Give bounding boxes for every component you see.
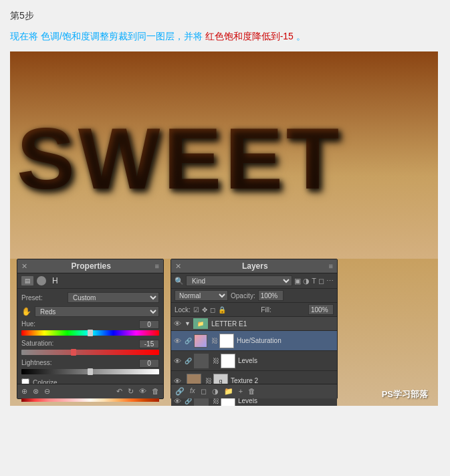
fx-label: 🔗 fx ◻ ◑ 📁 + 🗑 xyxy=(175,387,255,396)
mask-icon[interactable]: ◻ xyxy=(201,387,207,396)
eye-group-icon[interactable]: 👁 xyxy=(174,320,182,328)
hue-track[interactable] xyxy=(21,330,159,336)
filter-smart-icon[interactable]: ⋯ xyxy=(326,277,334,285)
lock-icons: ☑ ✥ ◻ 🔒 xyxy=(193,306,226,314)
choc-letter-t: T xyxy=(286,108,339,209)
eyedropper-icon[interactable]: ⊕ xyxy=(21,387,27,396)
channel-select[interactable]: Reds xyxy=(35,306,159,317)
huesat-thumb xyxy=(194,334,207,348)
preset-label: Preset: xyxy=(21,294,65,302)
light-value-input[interactable] xyxy=(139,359,159,368)
choc-letter-e: E xyxy=(163,108,221,209)
step-title: 第5步 xyxy=(10,10,440,22)
chocolate-bg: S W E E T xyxy=(10,51,438,259)
prev-icon[interactable]: ↶ xyxy=(116,387,122,396)
layer-item-hue-saturation[interactable]: 👁 🔗 ⛓ Hue/Saturation xyxy=(171,331,337,351)
opacity-value[interactable] xyxy=(258,290,284,301)
properties-menu-icon[interactable]: ≡ xyxy=(155,262,159,270)
sat-label: Saturation: xyxy=(21,340,53,348)
levels1-thumb xyxy=(194,354,209,368)
eye-huesat-icon[interactable]: 👁 xyxy=(174,337,182,345)
link-huesat-icon[interactable]: 🔗 xyxy=(185,338,192,344)
circle-icon xyxy=(37,276,46,285)
desc-start: 现在将 xyxy=(10,31,38,41)
reset-icon[interactable]: ↻ xyxy=(128,387,134,396)
layers-toolbar: 🔍 Kind ▣ ◑ T ◻ ⋯ xyxy=(171,273,337,289)
group-name: LETTER E1 xyxy=(211,320,334,328)
sat-thumb[interactable] xyxy=(71,349,76,356)
new-layer-icon[interactable]: + xyxy=(239,387,243,396)
sat-track[interactable] xyxy=(21,350,159,355)
hue-value-input[interactable] xyxy=(139,320,159,329)
layers-menu-icon[interactable]: ≡ xyxy=(329,262,333,270)
group-folder-thumb: 📁 xyxy=(193,318,208,329)
choc-letter-w: W xyxy=(78,108,160,209)
link-levels1-icon[interactable]: 🔗 xyxy=(185,358,192,364)
filter-pixel-icon[interactable]: ▣ xyxy=(294,277,301,285)
properties-panel: ✕ Properties ≡ ▤ H Preset: Custom ✋ Reds xyxy=(17,259,164,399)
chain-levels1-icon[interactable]: ⛓ xyxy=(213,357,219,364)
channel-row: ✋ Reds xyxy=(21,306,159,317)
levels1-mask-thumb xyxy=(221,354,235,368)
eyedropper2-icon[interactable]: ⊗ xyxy=(33,387,39,396)
link-layer-icon[interactable]: 🔗 xyxy=(175,387,185,396)
eye-levels1-icon[interactable]: 👁 xyxy=(174,357,182,365)
lock-move-icon[interactable]: ✥ xyxy=(202,306,207,314)
lock-row: Lock: ☑ ✥ ◻ 🔒 Fill: xyxy=(171,303,337,317)
chain-huesat-icon[interactable]: ⛓ xyxy=(211,337,218,344)
fill-value[interactable] xyxy=(308,304,334,315)
layer-name-huesat: Hue/Saturation xyxy=(237,337,334,344)
properties-title: Properties xyxy=(72,261,111,271)
group-triangle-icon[interactable]: ▼ xyxy=(185,320,191,327)
properties-subtitle: H xyxy=(52,276,58,285)
blend-mode-select[interactable]: Normal xyxy=(175,290,228,301)
properties-close-icon[interactable]: ✕ xyxy=(21,262,27,271)
blend-row: Normal Opacity: xyxy=(171,289,337,303)
filter-adjust-icon[interactable]: ◑ xyxy=(303,277,310,285)
choc-letter-s: S xyxy=(17,108,75,209)
layers-title: Layers xyxy=(242,261,268,271)
saturation-row: Saturation: xyxy=(21,340,159,355)
layers-close-icon[interactable]: ✕ xyxy=(175,262,181,271)
kind-select[interactable]: Kind xyxy=(186,275,292,286)
layer-group-header[interactable]: 👁 ▼ 📁 LETTER E1 xyxy=(171,317,337,331)
footer-icons-left: ⊕ ⊗ ⊖ xyxy=(21,387,50,396)
lock-pixel-icon[interactable]: ◻ xyxy=(210,306,215,314)
filter-shape-icon[interactable]: ◻ xyxy=(318,277,324,285)
preset-select[interactable]: Custom xyxy=(68,292,159,303)
light-thumb[interactable] xyxy=(88,368,93,375)
desc-end: 。 xyxy=(296,31,306,41)
search-icon: 🔍 xyxy=(175,277,184,285)
layer-item-levels1[interactable]: 👁 🔗 ⛓ Levels xyxy=(171,351,337,371)
eye-panel-icon[interactable]: 👁 xyxy=(139,387,146,396)
footer-icons-right: ↶ ↻ 👁 🗑 xyxy=(116,387,159,396)
hand-icon: ✋ xyxy=(21,307,31,316)
lock-lock-icon[interactable]: 🔒 xyxy=(218,306,226,314)
light-track[interactable] xyxy=(21,369,159,374)
delete-layer-icon[interactable]: 🗑 xyxy=(248,387,255,396)
layers-panel: ✕ Layers ≡ 🔍 Kind ▣ ◑ T ◻ ⋯ Normal Opaci… xyxy=(171,259,338,399)
filter-type-icon[interactable]: T xyxy=(312,277,316,285)
eyedropper3-icon[interactable]: ⊖ xyxy=(44,387,50,396)
properties-footer: ⊕ ⊗ ⊖ ↶ ↻ 👁 🗑 xyxy=(17,384,163,398)
layer-name-levels1: Levels xyxy=(238,357,334,364)
choc-letters: S W E E T xyxy=(10,65,438,252)
sat-value-input[interactable] xyxy=(139,340,159,348)
description: 现在将 色调/饱和度调整剪裁到同一图层，并将 红色饱和度降低到-15 。 xyxy=(10,29,440,43)
link-levels2-icon[interactable]: 🔗 xyxy=(185,398,192,404)
properties-toolbar: ▤ H xyxy=(17,273,163,289)
fx-icon[interactable]: fx xyxy=(190,387,195,396)
light-label: Lightness: xyxy=(21,359,52,368)
properties-header: ✕ Properties ≡ xyxy=(17,259,163,273)
layers-footer: 🔗 fx ◻ ◑ 📁 + 🗑 xyxy=(171,384,337,398)
hue-row: Hue: xyxy=(21,320,159,336)
folder-icon[interactable]: 📁 xyxy=(224,387,233,396)
lock-check-icon[interactable]: ☑ xyxy=(193,306,199,314)
sat-label-row: Saturation: xyxy=(21,340,159,348)
hue-label-row: Hue: xyxy=(21,320,159,329)
trash-icon[interactable]: 🗑 xyxy=(152,387,159,396)
hue-thumb[interactable] xyxy=(88,330,93,336)
adjust-icon[interactable]: ◑ xyxy=(212,387,219,396)
preset-row: Preset: Custom xyxy=(21,292,159,303)
page-icon: ▤ xyxy=(21,276,33,285)
